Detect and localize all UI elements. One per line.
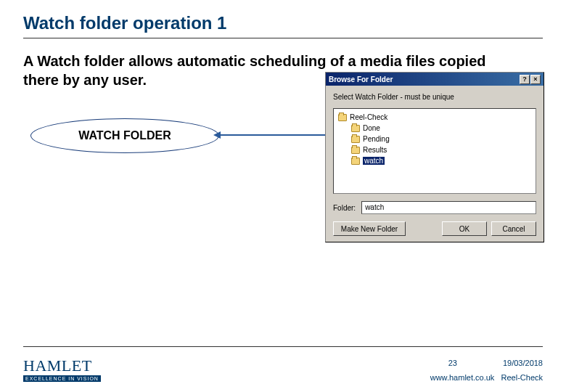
title-divider (23, 38, 543, 38)
make-new-folder-button[interactable]: Make New Folder (333, 221, 406, 236)
footer-divider (23, 346, 543, 347)
footer-product: Reel-Check (501, 373, 543, 382)
callout-label: WATCH FOLDER (78, 129, 171, 142)
tree-label: Done (363, 124, 380, 132)
watch-folder-callout: WATCH FOLDER (30, 118, 219, 153)
ok-button[interactable]: OK (442, 221, 487, 236)
footer-meta: 23 19/03/2018 www.hamlet.co.uk Reel-Chec… (430, 359, 543, 382)
content-area: WATCH FOLDER Browse For Folder ? × Selec… (23, 105, 543, 294)
folder-icon (338, 114, 347, 121)
dialog-title: Browse For Folder (329, 75, 393, 83)
tree-item[interactable]: Done (338, 123, 531, 134)
help-button[interactable]: ? (520, 75, 530, 84)
folder-field-label: Folder: (333, 204, 356, 212)
close-button[interactable]: × (530, 75, 541, 84)
page-number: 23 (448, 359, 457, 367)
dialog-instruction: Select Watch Folder - must be unique (333, 93, 536, 101)
tree-item[interactable]: Results (338, 144, 531, 155)
logo-tagline: EXCELLENCE IN VISION (23, 375, 101, 382)
dialog-titlebar: Browse For Folder ? × (326, 73, 544, 86)
folder-icon (351, 147, 360, 154)
folder-icon (351, 158, 360, 165)
slide-date: 19/03/2018 (503, 359, 543, 367)
footer: HAMLET EXCELLENCE IN VISION 23 19/03/201… (23, 356, 543, 382)
tree-label: Pending (363, 135, 390, 143)
folder-field-input[interactable]: watch (361, 201, 536, 214)
tree-item-selected[interactable]: watch (338, 155, 531, 166)
browse-folder-dialog: Browse For Folder ? × Select Watch Folde… (325, 72, 544, 242)
logo-text: HAMLET (23, 356, 101, 375)
tree-label: Reel-Check (350, 113, 387, 121)
tree-root[interactable]: Reel-Check (338, 112, 531, 123)
tree-item[interactable]: Pending (338, 134, 531, 144)
folder-icon (351, 125, 360, 132)
folder-icon (351, 136, 360, 143)
tree-label: Results (363, 146, 387, 154)
tree-label: watch (363, 157, 385, 165)
logo: HAMLET EXCELLENCE IN VISION (23, 356, 101, 382)
footer-url: www.hamlet.co.uk (430, 373, 495, 382)
slide-title: Watch folder operation 1 (23, 13, 543, 33)
folder-tree[interactable]: Reel-Check Done Pending Results watch (333, 108, 536, 194)
cancel-button[interactable]: Cancel (491, 221, 536, 236)
